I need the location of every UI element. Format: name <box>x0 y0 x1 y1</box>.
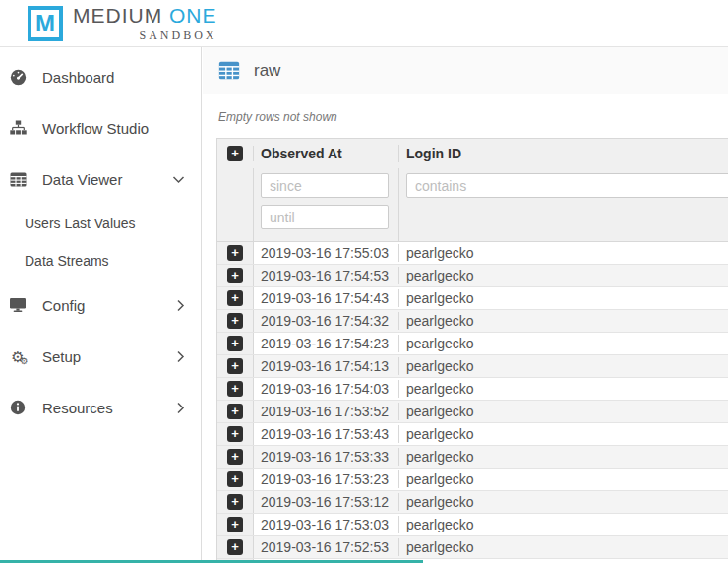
row-observed-at: 2019-03-16 17:52:53 <box>261 539 389 555</box>
sidebar-item-workflow-studio[interactable]: Workflow Studio <box>0 102 201 154</box>
row-login-id: pearlgecko <box>406 494 474 510</box>
expand-all-button[interactable] <box>227 146 243 161</box>
row-observed-at: 2019-03-16 17:54:13 <box>261 358 389 374</box>
expand-row-button[interactable] <box>227 290 243 306</box>
row-login-id: pearlgecko <box>406 336 474 351</box>
chevron-down-icon <box>172 175 185 184</box>
sidebar-item-label: Dashboard <box>42 69 201 86</box>
row-observed-at: 2019-03-16 17:53:33 <box>261 449 389 465</box>
brand-name: MEDIUM ONE <box>73 4 217 28</box>
row-login-id: pearlgecko <box>406 449 474 465</box>
column-header-observed-at: Observed At <box>261 146 342 161</box>
row-login-id: pearlgecko <box>406 539 474 555</box>
since-filter-input[interactable] <box>261 173 389 198</box>
table-row: 2019-03-16 17:54:43 pearlgecko <box>217 287 728 310</box>
table-row: 2019-03-16 17:54:13 pearlgecko <box>217 355 728 378</box>
contains-filter-input[interactable] <box>406 173 728 198</box>
row-login-id: pearlgecko <box>406 404 474 419</box>
top-header: M MEDIUM ONE SANDBOX <box>0 0 728 47</box>
table-row: 2019-03-16 17:53:33 pearlgecko <box>217 446 728 469</box>
sidebar-item-data-viewer[interactable]: Data Viewer <box>0 154 201 205</box>
data-table: Observed At Login ID 2019-03-16 17:55:03… <box>216 138 728 563</box>
row-login-id: pearlgecko <box>406 245 474 261</box>
brand-name-primary: MEDIUM <box>73 4 162 27</box>
sidebar-item-label: Data Viewer <box>42 171 172 188</box>
row-observed-at: 2019-03-16 17:54:43 <box>261 290 389 306</box>
dashboard-icon <box>8 69 28 86</box>
table-body: 2019-03-16 17:55:03 pearlgecko 2019-03-1… <box>217 242 728 559</box>
chevron-right-icon <box>176 402 185 414</box>
table-row: 2019-03-16 17:54:03 pearlgecko <box>217 378 728 401</box>
table-row: 2019-03-16 17:53:03 pearlgecko <box>217 514 728 536</box>
sidebar-item-data-streams[interactable]: Data Streams <box>0 242 201 280</box>
table-row: 2019-03-16 17:53:12 pearlgecko <box>217 491 728 514</box>
table-row: 2019-03-16 17:54:23 pearlgecko <box>217 333 728 355</box>
until-filter-input[interactable] <box>261 205 389 229</box>
column-header-login-id: Login ID <box>406 146 461 161</box>
table-row: 2019-03-16 17:53:52 pearlgecko <box>217 401 728 423</box>
sidebar-subitem-label: Data Streams <box>25 253 109 269</box>
row-observed-at: 2019-03-16 17:54:32 <box>261 313 389 329</box>
sidebar-item-label: Resources <box>42 400 176 416</box>
expand-row-button[interactable] <box>227 404 243 419</box>
table-row: 2019-03-16 17:53:43 pearlgecko <box>217 423 728 446</box>
row-login-id: pearlgecko <box>406 313 474 329</box>
expand-row-button[interactable] <box>227 494 243 510</box>
chevron-right-icon <box>176 299 185 312</box>
sidebar-item-setup[interactable]: ⚙⚙ Setup <box>0 331 201 382</box>
row-observed-at: 2019-03-16 17:54:23 <box>261 336 389 351</box>
sidebar: Dashboard Workflow Studio <box>0 47 202 563</box>
sidebar-item-config[interactable]: Config <box>0 280 201 331</box>
main-content: raw Empty rows not shown Observed At Log… <box>203 47 728 563</box>
row-login-id: pearlgecko <box>406 268 474 283</box>
expand-row-button[interactable] <box>227 268 243 283</box>
table-row: 2019-03-16 17:53:23 pearlgecko <box>217 469 728 491</box>
expand-row-button[interactable] <box>227 358 243 374</box>
row-observed-at: 2019-03-16 17:53:23 <box>261 471 389 487</box>
table-icon <box>218 61 240 80</box>
row-observed-at: 2019-03-16 17:53:03 <box>261 517 389 532</box>
row-observed-at: 2019-03-16 17:54:53 <box>261 268 389 283</box>
sidebar-item-dashboard[interactable]: Dashboard <box>0 51 201 102</box>
page-title: raw <box>254 61 280 81</box>
table-row: 2019-03-16 17:55:03 pearlgecko <box>217 242 728 265</box>
table-header: Observed At Login ID <box>217 139 728 242</box>
sidebar-item-users-last-values[interactable]: Users Last Values <box>0 205 201 242</box>
row-observed-at: 2019-03-16 17:53:43 <box>261 426 389 442</box>
expand-row-button[interactable] <box>227 449 243 465</box>
table-row: 2019-03-16 17:54:32 pearlgecko <box>217 310 728 333</box>
expand-row-button[interactable] <box>227 336 243 351</box>
row-login-id: pearlgecko <box>406 290 474 306</box>
gears-icon: ⚙⚙ <box>8 349 28 364</box>
info-icon <box>8 400 28 415</box>
expand-row-button[interactable] <box>227 313 243 329</box>
brand-name-accent: ONE <box>169 4 217 27</box>
sidebar-item-label: Workflow Studio <box>42 120 201 137</box>
row-observed-at: 2019-03-16 17:54:03 <box>261 381 389 397</box>
monitor-icon <box>8 297 28 313</box>
expand-row-button[interactable] <box>227 517 243 532</box>
table-icon <box>8 172 28 187</box>
row-login-id: pearlgecko <box>406 517 474 532</box>
chevron-right-icon <box>176 350 185 363</box>
row-observed-at: 2019-03-16 17:55:03 <box>261 245 389 261</box>
page-header: raw <box>203 47 728 94</box>
sidebar-subitem-label: Users Last Values <box>25 216 136 231</box>
table-row: 2019-03-16 17:52:53 pearlgecko <box>217 536 728 559</box>
expand-row-button[interactable] <box>227 245 243 261</box>
expand-row-button[interactable] <box>227 426 243 442</box>
logo-mark-icon: M <box>28 6 63 41</box>
logo-link[interactable]: M MEDIUM ONE SANDBOX <box>28 4 217 43</box>
sidebar-item-resources[interactable]: Resources <box>0 382 201 433</box>
expand-row-button[interactable] <box>227 471 243 487</box>
empty-rows-note: Empty rows not shown <box>203 94 728 138</box>
row-login-id: pearlgecko <box>406 358 474 374</box>
row-login-id: pearlgecko <box>406 471 474 487</box>
sidebar-item-label: Setup <box>42 348 176 365</box>
row-observed-at: 2019-03-16 17:53:12 <box>261 494 389 510</box>
workflow-icon <box>8 120 28 136</box>
expand-row-button[interactable] <box>227 381 243 397</box>
row-login-id: pearlgecko <box>406 426 474 442</box>
brand-subtitle: SANDBOX <box>73 29 217 43</box>
expand-row-button[interactable] <box>227 539 243 555</box>
